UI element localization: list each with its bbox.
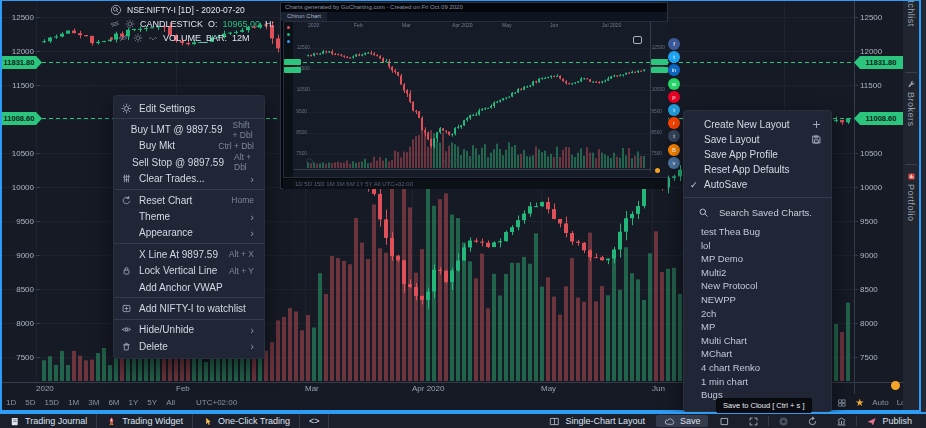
hide-study-icon[interactable] (118, 33, 128, 43)
menu-item-clear-trades[interactable]: Clear Trades...› (114, 171, 264, 187)
menu-item-sell-stop-9897-59[interactable]: Sell Stop @ 9897.59Alt + Dbl (114, 154, 264, 170)
saved-chart-item[interactable]: MChart (684, 347, 831, 361)
saved-charts-search[interactable] (684, 203, 831, 221)
saved-chart-item[interactable]: lol (684, 239, 831, 253)
bottom-toolbar: Trading JournalTrading WidgetOne-Click T… (0, 412, 926, 428)
timezone-selector[interactable]: UTC+02:00 (196, 398, 237, 407)
saved-chart-item[interactable]: NEWPP (684, 293, 831, 307)
menu-item-appearance[interactable]: Appearance› (114, 225, 264, 241)
saved-chart-item[interactable]: 2ch (684, 307, 831, 321)
favorite-star-icon[interactable]: ★ (855, 397, 864, 408)
preview-price-label: 7500 (651, 150, 662, 155)
share-whatsapp-icon[interactable]: w (668, 78, 680, 90)
timeframe-5y[interactable]: 5Y (147, 398, 157, 407)
menu-item-label: Buy Mkt (139, 140, 208, 151)
toolbar-save-button[interactable]: Save (656, 415, 709, 427)
menu-item-lock-vertical-line[interactable]: Lock Vertical LineAlt + Y (114, 263, 264, 279)
toolbar-one-click-trading-button[interactable]: One-Click Trading (193, 414, 300, 428)
menu-item-label: Clear Trades... (139, 173, 240, 184)
timeframe-all[interactable]: All (166, 398, 175, 407)
saved-chart-item[interactable]: MP (684, 320, 831, 334)
menu-item-add-anchor-vwap[interactable]: Add Anchor VWAP (114, 279, 264, 295)
menu-item-label: Appearance (139, 227, 240, 238)
layout-menu-autosave[interactable]: ✓AutoSave (684, 177, 831, 192)
toolbar-single-chart-layout-button[interactable]: Single-Chart Layout (540, 414, 654, 428)
toolbar-trading-widget-button[interactable]: Trading Widget (97, 414, 193, 428)
menu-item-theme[interactable]: Theme› (114, 208, 264, 224)
layout-menu-save-layout[interactable]: Save Layout (684, 132, 831, 147)
timeframe-1d[interactable]: 1D (6, 398, 16, 407)
saved-chart-item[interactable]: MP Demo (684, 252, 831, 266)
timeframe-5d[interactable]: 5D (25, 398, 35, 407)
price-tick: 10500 (0, 149, 34, 158)
preview-date-label: 2020 (308, 23, 319, 28)
preview-date-label: Apr 2020 (452, 23, 473, 28)
toolbar-fullscreen-icon[interactable] (739, 414, 768, 428)
share-pinterest-icon[interactable]: p (668, 91, 680, 103)
menu-item-x-line-at-9897-59[interactable]: X Line At 9897.59Alt + X (114, 246, 264, 262)
open-label: O: (208, 19, 218, 29)
study-settings-icon[interactable] (125, 19, 135, 29)
timeframe-15d[interactable]: 15D (44, 398, 59, 407)
toolbar-label: One-Click Trading (218, 416, 290, 426)
toolbar-label: Trading Widget (122, 416, 183, 426)
auto-scale-toggle[interactable]: Auto (872, 398, 888, 407)
preview-tab[interactable]: Chiron Chart (281, 12, 327, 21)
menu-item-edit-settings[interactable]: Edit Settings (114, 100, 264, 116)
share-blogger-icon[interactable]: B (668, 144, 680, 156)
menu-item-delete[interactable]: Delete› (114, 338, 264, 354)
toolbar-camera-icon[interactable] (769, 414, 798, 428)
saved-chart-item[interactable]: test Thea Bug (684, 225, 831, 239)
hide-study-icon[interactable] (110, 19, 120, 29)
saved-chart-item[interactable]: 4 chart Renko (684, 361, 831, 375)
zoom-history-icon[interactable] (110, 4, 122, 16)
layout-menu-reset-app-defaults[interactable]: Reset App Defaults (684, 162, 831, 177)
tab-watchlist[interactable]: Watchlist (903, 0, 919, 27)
share-facebook-icon[interactable]: f (668, 38, 680, 50)
menu-item-add-nifty-i-to-watchlist[interactable]: Add NIFTY-I to watchlist (114, 300, 264, 316)
preview-price-label: 10500 (652, 87, 665, 92)
search-saved-charts-input[interactable] (717, 206, 822, 219)
submenu-arrow-icon: › (250, 341, 254, 351)
toolbar-square-icon[interactable] (710, 414, 739, 428)
timeframe-3m[interactable]: 3M (88, 398, 99, 407)
preview-date-label: Feb (354, 23, 363, 28)
menu-item-label: Add Anchor VWAP (139, 282, 254, 293)
saved-chart-item[interactable]: 1 min chart (684, 375, 831, 389)
tab-portfolio[interactable]: Portfolio (903, 172, 919, 222)
timeframe-1y[interactable]: 1Y (129, 398, 139, 407)
preview-status-dot (655, 168, 660, 173)
tab-brokers[interactable]: Brokers (903, 80, 919, 127)
toolbar-bank-icon[interactable] (827, 414, 856, 428)
menu-shortcut: Alt + Dbl (234, 152, 254, 172)
grid-settings-icon[interactable] (837, 398, 847, 408)
saved-chart-item[interactable]: New Protocol (684, 279, 831, 293)
study-settings-icon[interactable] (133, 33, 143, 43)
volume-value: 12M (232, 33, 250, 43)
preview-snapshot-icon[interactable] (633, 36, 642, 44)
toolbar-publish-button[interactable]: Publish (857, 414, 921, 428)
layout-menu-save-app-profile[interactable]: Save App Profile (684, 147, 831, 162)
menu-item-reset-chart[interactable]: Reset ChartHome (114, 192, 264, 208)
saved-chart-item[interactable]: Multi2 (684, 266, 831, 280)
price-tag-left-line: 11831.80 (0, 56, 42, 69)
toolbar-trading-journal-button[interactable]: Trading Journal (0, 414, 97, 428)
timeframe-6m[interactable]: 6M (108, 398, 119, 407)
add-watchlist-icon (121, 303, 139, 314)
menu-item-buy-lmt-9897-59[interactable]: Buy LMT @ 9897.59Shift + Dbl (114, 121, 264, 137)
price-tick: 12500 (0, 13, 34, 22)
submenu-arrow-icon: › (250, 228, 254, 238)
share-vk-icon[interactable]: v (668, 157, 680, 169)
preview-price-label: 9500 (296, 108, 307, 113)
timeframe-1m[interactable]: 1M (68, 398, 79, 407)
bank-icon (836, 416, 847, 427)
price-tick: 9000 (0, 251, 34, 260)
toolbar-refresh-icon[interactable] (798, 414, 827, 428)
chart-preview-window[interactable]: Charts generated by GoCharting.com - Cre… (280, 2, 668, 189)
share-telegram-icon[interactable]: t (668, 104, 680, 116)
toolbar--button[interactable]: <> (300, 414, 330, 428)
menu-item-hide-unhide[interactable]: Hide/Unhide› (114, 322, 264, 338)
layout-menu-create-new-layout[interactable]: Create New Layout (684, 117, 831, 132)
saved-chart-item[interactable]: Multi Chart (684, 334, 831, 348)
price-tag-right-line: 11831.80 (854, 56, 904, 69)
